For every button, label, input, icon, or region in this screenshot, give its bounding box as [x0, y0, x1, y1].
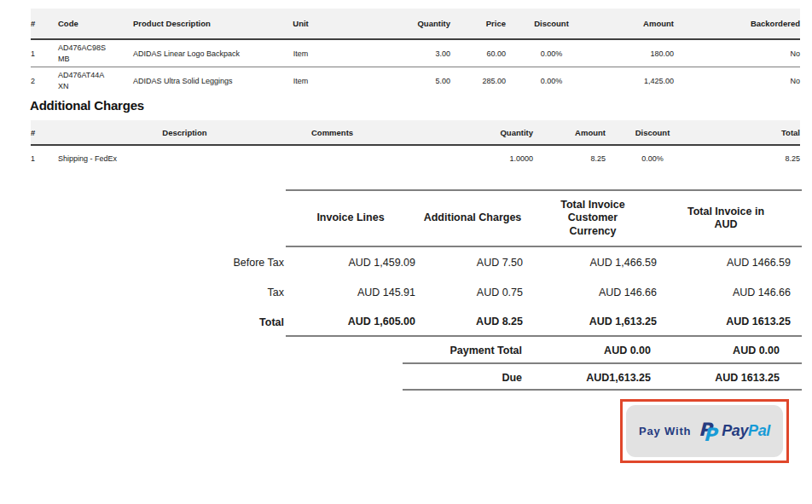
col-header-description: Description [58, 120, 311, 145]
summary-header-label: Invoice Lines [316, 211, 384, 224]
summary-table: Invoice Lines Additional Charges Total I… [192, 189, 802, 391]
total-additional-charges: AUD 8.25 [422, 307, 529, 337]
cell-unit: Item [256, 67, 345, 95]
col-header-unit: Unit [256, 9, 345, 39]
additional-charges-heading: Additional Charges [30, 98, 144, 113]
summary-header-customer-currency: Total Invoice Customer Currency [529, 189, 661, 247]
col-header-discount: Discount [606, 120, 699, 145]
due-label: Due [192, 364, 529, 391]
cell-description: ADIDAS Ultra Solid Leggings [133, 67, 256, 95]
paypal-monogram-icon: P P [699, 419, 720, 443]
products-header-row: # Code Product Description Unit Quantity… [31, 9, 800, 39]
before-tax-customer-currency: AUD 1,466.59 [529, 247, 661, 277]
cell-description: Shipping - FedEx [58, 145, 311, 171]
cell-unit: Item [256, 39, 345, 67]
payment-total-underline [403, 362, 802, 364]
summary-corner-spacer [192, 189, 286, 247]
cell-discount: 0.00% [506, 67, 597, 95]
tax-additional-charges: AUD 0.75 [422, 277, 529, 307]
svg-text:P: P [704, 424, 719, 443]
tax-customer-currency: AUD 146.66 [529, 277, 661, 307]
cell-backordered: No [674, 67, 800, 95]
col-header-num: # [31, 120, 58, 145]
cell-num: 1 [31, 145, 58, 171]
col-header-code: Code [58, 9, 133, 39]
cell-discount: 0.00% [506, 39, 597, 67]
additional-charges-header-row: # Description Comments Quantity Amount D… [31, 120, 800, 145]
col-header-backordered: Backordered [674, 9, 800, 39]
col-header-price: Price [450, 9, 506, 39]
col-header-description: Product Description [133, 9, 256, 39]
payment-total-customer-currency: AUD 0.00 [529, 337, 661, 364]
before-tax-aud: AUD 1466.59 [661, 247, 802, 277]
pay-with-label: Pay With [639, 425, 691, 437]
cell-backordered: No [674, 39, 800, 67]
cell-code: AD476AT44A XN [58, 67, 133, 95]
cell-price: 60.00 [450, 39, 506, 67]
total-invoice-lines: AUD 1,605.00 [286, 307, 422, 337]
cell-comments [311, 145, 478, 171]
before-tax-invoice-lines: AUD 1,459.09 [286, 247, 422, 277]
cell-amount: 180.00 [597, 39, 674, 67]
due-underline [403, 389, 802, 391]
summary-row-label-total: Total [192, 307, 286, 337]
col-header-comments: Comments [311, 120, 478, 145]
paypal-wordmark-pay: Pay [722, 422, 748, 439]
summary-row-label-before-tax: Before Tax [192, 247, 286, 277]
before-tax-additional-charges: AUD 7.50 [422, 247, 529, 277]
product-row: 1 AD476AC98S MB ADIDAS Linear Logo Backp… [31, 39, 800, 67]
tax-aud: AUD 146.66 [661, 277, 802, 307]
cell-amount: 8.25 [533, 145, 606, 171]
summary-header-invoice-lines: Invoice Lines [286, 189, 422, 247]
code-line: AD476AT44A [58, 70, 133, 80]
summary-header-label: Total Invoice in AUD [679, 206, 773, 232]
summary-header-label: Additional Charges [424, 211, 522, 224]
col-header-quantity: Quantity [478, 120, 533, 145]
summary-header-aud: Total Invoice in AUD [661, 189, 802, 247]
col-header-amount: Amount [533, 120, 606, 145]
col-header-num: # [31, 9, 58, 39]
total-aud: AUD 1613.25 [661, 307, 802, 337]
charge-row: 1 Shipping - FedEx 1.0000 8.25 0.00% 8.2… [31, 145, 800, 171]
col-header-total: Total [699, 120, 800, 145]
summary-row-label-tax: Tax [192, 277, 286, 307]
summary-header-additional-charges: Additional Charges [422, 189, 529, 247]
cell-discount: 0.00% [606, 145, 699, 171]
paypal-wordmark: PayPal [722, 422, 770, 440]
paypal-wordmark-pal: Pal [748, 422, 770, 439]
cell-total: 8.25 [699, 145, 800, 171]
col-header-quantity: Quantity [345, 9, 450, 39]
payment-total-aud: AUD 0.00 [661, 337, 802, 364]
paypal-highlight-box: Pay With P P PayPal [620, 399, 789, 463]
total-customer-currency: AUD 1,613.25 [529, 307, 661, 337]
cell-quantity: 5.00 [345, 67, 450, 95]
cell-price: 285.00 [450, 67, 506, 95]
due-customer-currency: AUD1,613.25 [529, 364, 661, 391]
due-aud: AUD 1613.25 [661, 364, 802, 391]
cell-code: AD476AC98S MB [58, 39, 133, 67]
col-header-discount: Discount [506, 9, 597, 39]
additional-charges-table: # Description Comments Quantity Amount D… [31, 120, 800, 171]
payment-total-label: Payment Total [192, 337, 529, 364]
col-header-amount: Amount [597, 9, 674, 39]
product-row: 2 AD476AT44A XN ADIDAS Ultra Solid Leggi… [31, 67, 800, 95]
products-table: # Code Product Description Unit Quantity… [31, 9, 800, 94]
cell-amount: 1,425.00 [597, 67, 674, 95]
tax-invoice-lines: AUD 145.91 [286, 277, 422, 307]
cell-description: ADIDAS Linear Logo Backpack [133, 39, 256, 67]
paypal-logo: P P PayPal [699, 419, 770, 443]
cell-quantity: 1.0000 [478, 145, 533, 171]
code-line: AD476AC98S [58, 43, 133, 53]
summary-header-label: Total Invoice Customer Currency [550, 199, 635, 238]
cell-quantity: 3.00 [345, 39, 450, 67]
paypal-pay-button[interactable]: Pay With P P PayPal [626, 405, 783, 457]
code-line: MB [58, 54, 133, 64]
code-line: XN [58, 81, 133, 91]
cell-num: 2 [31, 67, 58, 95]
cell-num: 1 [31, 39, 58, 67]
